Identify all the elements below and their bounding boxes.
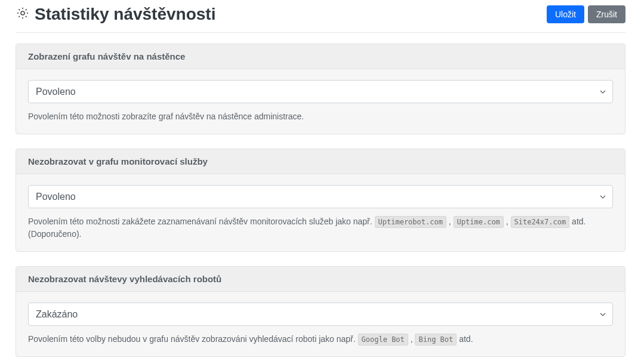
code-tag: Site24x7.com: [511, 216, 570, 228]
monitoring-services-select[interactable]: Povoleno: [28, 185, 613, 208]
code-tag: Uptime.com: [454, 216, 504, 228]
svg-point-0: [21, 11, 24, 15]
hint-text: Povolením této možnosti zobrazíte graf n…: [28, 110, 613, 123]
hint-text: Povolením této možnosti zakážete zazname…: [28, 215, 613, 240]
panel-dashboard-graph: Zobrazení grafu návštěv na nástěnce Povo…: [16, 44, 625, 134]
hint-pre: Povolením této volby nebudou v grafu náv…: [28, 334, 358, 344]
save-button[interactable]: Uložit: [547, 5, 584, 23]
page-header: Statistiky návštěvnosti Uložit Zrušit: [16, 5, 625, 33]
code-tag: Uptimerobot.com: [375, 216, 446, 228]
dashboard-graph-select[interactable]: Povoleno: [28, 80, 613, 103]
separator: ,: [449, 217, 454, 226]
code-tag: Google Bot: [358, 334, 408, 346]
code-tag: Bing Bot: [415, 334, 457, 346]
hint-post: atd.: [459, 334, 473, 344]
panel-search-bots: Nezobrazovat návštevy vyhledávacích robo…: [16, 266, 625, 357]
page-title: Statistiky návštěvnosti: [35, 5, 215, 24]
panel-title: Zobrazení grafu návštěv na nástěnce: [28, 51, 613, 61]
panel-title: Nezobrazovat v grafu monitorovací služby: [28, 156, 613, 166]
hint-pre: Povolením této možnosti zakážete zazname…: [28, 217, 375, 226]
gear-icon: [16, 6, 30, 23]
panel-title: Nezobrazovat návštevy vyhledávacích robo…: [28, 274, 613, 284]
hint-text: Povolením této volby nebudou v grafu náv…: [28, 333, 613, 346]
search-bots-select[interactable]: Zakázáno: [28, 303, 613, 326]
cancel-button[interactable]: Zrušit: [588, 5, 625, 23]
panel-monitoring-services: Nezobrazovat v grafu monitorovací služby…: [16, 149, 625, 252]
separator: ,: [506, 217, 511, 226]
